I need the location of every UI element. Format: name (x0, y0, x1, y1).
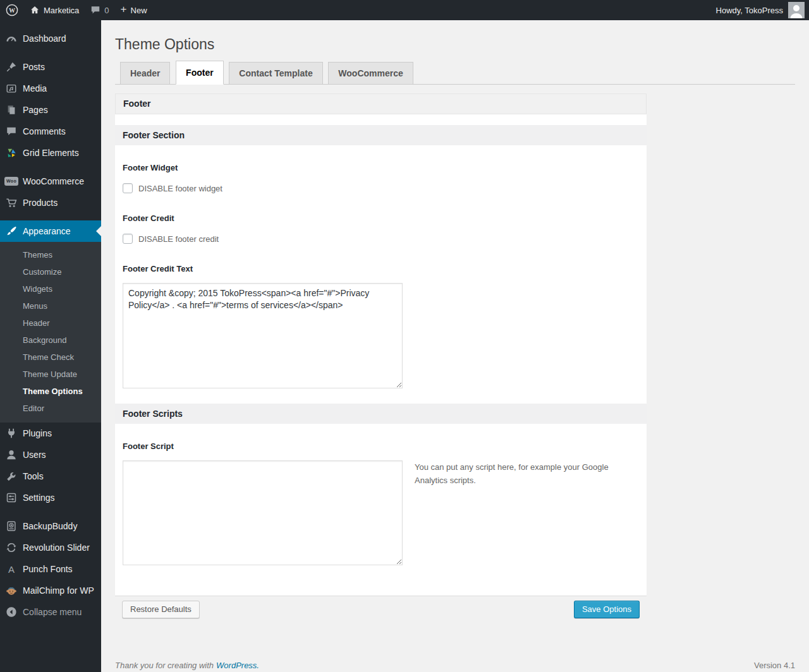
letter-a-icon: A (5, 564, 18, 575)
sidebar-item-dashboard[interactable]: Dashboard (0, 28, 101, 49)
sidebar-item-label: Media (23, 83, 47, 93)
admin-menu: Dashboard Posts Media Pages Comments G (0, 28, 101, 623)
sidebar-item-label: Tools (23, 471, 44, 481)
refresh-arrows-icon (5, 542, 18, 553)
wrench-icon (5, 471, 18, 482)
submenu-item-customize[interactable]: Customize (0, 263, 101, 280)
restore-defaults-button[interactable]: Restore Defaults (122, 601, 200, 618)
footer-scripts-fields: Footer Script You can put any script her… (115, 424, 647, 596)
sidebar-item-media[interactable]: Media (0, 78, 101, 99)
wordpress-logo-icon[interactable]: W (0, 0, 24, 20)
backup-drive-icon (5, 520, 18, 532)
sidebar-item-label: Pages (23, 105, 48, 115)
wordpress-link[interactable]: WordPress. (216, 661, 259, 670)
footer-widget-label: Footer Widget (123, 145, 639, 172)
tab-contact-template[interactable]: Contact Template (229, 62, 322, 85)
sidebar-item-grid-elements[interactable]: Grid Elements (0, 142, 101, 164)
main-content: Theme Options Header Footer Contact Temp… (101, 20, 809, 672)
submenu-item-theme-check[interactable]: Theme Check (0, 349, 101, 366)
wordpress-logo-icon: W (6, 4, 18, 16)
site-name-link[interactable]: Marketica (24, 0, 85, 20)
checkbox-label: DISABLE footer credit (138, 234, 219, 244)
footer-script-textarea[interactable] (123, 460, 403, 565)
sidebar-item-label: Plugins (23, 428, 52, 438)
new-content-link[interactable]: + New (115, 0, 153, 20)
footer-credit-checkbox-row[interactable]: DISABLE footer credit (123, 234, 639, 244)
new-label: New (131, 6, 147, 15)
sidebar-item-users[interactable]: Users (0, 444, 101, 465)
collapse-arrow-icon (5, 606, 18, 618)
woocommerce-badge-icon: Woo (5, 177, 18, 186)
dashboard-icon (5, 33, 18, 44)
grid-elements-icon (5, 147, 18, 159)
pushpin-icon (5, 61, 18, 73)
footer-credit-text-label: Footer Credit Text (123, 244, 639, 273)
plugin-icon (5, 428, 18, 439)
disable-footer-credit-checkbox[interactable] (123, 234, 133, 244)
sidebar-item-label: MailChimp for WP (23, 585, 94, 596)
comment-bubble-icon (90, 6, 100, 15)
sidebar-item-mailchimp[interactable]: MailChimp for WP (0, 580, 101, 601)
submenu-item-widgets[interactable]: Widgets (0, 280, 101, 297)
appearance-submenu: Themes Customize Widgets Menus Header Ba… (0, 242, 101, 423)
submenu-item-background[interactable]: Background (0, 332, 101, 349)
sidebar-item-label: Punch Fonts (23, 564, 73, 574)
tab-bar: Header Footer Contact Template WooCommer… (115, 61, 795, 85)
group-header-footer: Footer (115, 93, 647, 114)
sidebar-item-posts[interactable]: Posts (0, 56, 101, 78)
comment-bubble-icon (5, 126, 18, 137)
sidebar-item-woocommerce[interactable]: Woo WooCommerce (0, 171, 101, 192)
sidebar-item-tools[interactable]: Tools (0, 465, 101, 487)
footer-credit-text-textarea[interactable]: Copyright &copy; 2015 TokoPress<span><a … (123, 283, 403, 388)
sidebar-item-collapse-menu[interactable]: Collapse menu (0, 601, 101, 623)
submenu-item-themes[interactable]: Themes (0, 246, 101, 263)
submenu-item-editor[interactable]: Editor (0, 400, 101, 417)
page-footer: Thank you for creating withWordPress. Ve… (115, 661, 795, 670)
sidebar-item-label: Posts (23, 62, 45, 72)
shopping-cart-icon (5, 197, 18, 208)
sidebar-item-punch-fonts[interactable]: A Punch Fonts (0, 558, 101, 580)
sidebar-item-label: Appearance (23, 226, 71, 236)
tab-footer[interactable]: Footer (176, 61, 224, 85)
footer-script-row: You can put any script here, for example… (123, 451, 639, 565)
thanks-label: Thank you for creating with (115, 661, 214, 670)
version-label: Version 4.1 (754, 661, 795, 670)
sidebar-item-label: Dashboard (23, 33, 66, 44)
panel-spacer (115, 114, 647, 125)
panel-action-bar: Restore Defaults Save Options (115, 596, 647, 623)
sidebar-item-label: Comments (23, 126, 66, 136)
submenu-item-theme-options[interactable]: Theme Options (0, 383, 101, 400)
submenu-item-menus[interactable]: Menus (0, 297, 101, 315)
admin-bar-right: Howdy, TokoPress (716, 2, 809, 18)
sidebar-item-label: Grid Elements (23, 148, 79, 158)
sidebar-item-label: Collapse menu (23, 607, 82, 617)
menu-separator (0, 49, 101, 56)
submenu-item-header[interactable]: Header (0, 315, 101, 332)
save-options-button[interactable]: Save Options (574, 601, 640, 618)
sidebar-item-label: WooCommerce (23, 176, 84, 186)
sidebar-item-plugins[interactable]: Plugins (0, 423, 101, 444)
comment-count: 0 (104, 6, 109, 15)
comments-link[interactable]: 0 (85, 0, 114, 20)
section-header-footer-scripts: Footer Scripts (115, 404, 647, 424)
sidebar-item-backupbuddy[interactable]: BackupBuddy (0, 515, 101, 537)
submenu-item-theme-update[interactable]: Theme Update (0, 366, 101, 383)
howdy-account-link[interactable]: Howdy, TokoPress (716, 6, 783, 15)
tab-woocommerce[interactable]: WooCommerce (328, 62, 413, 85)
admin-sidebar: Dashboard Posts Media Pages Comments G (0, 20, 101, 672)
sidebar-item-products[interactable]: Products (0, 192, 101, 213)
sidebar-item-appearance[interactable]: Appearance (0, 220, 101, 242)
footer-thanks-text: Thank you for creating withWordPress. (115, 661, 259, 670)
sidebar-item-label: Revolution Slider (23, 543, 90, 553)
footer-script-help-text: You can put any script here, for example… (415, 451, 611, 488)
sidebar-item-comments[interactable]: Comments (0, 121, 101, 142)
disable-footer-widget-checkbox[interactable] (123, 183, 133, 193)
sidebar-item-revolution-slider[interactable]: Revolution Slider (0, 537, 101, 558)
sidebar-item-label: Products (23, 198, 58, 208)
footer-widget-checkbox-row[interactable]: DISABLE footer widget (123, 183, 639, 193)
sidebar-item-pages[interactable]: Pages (0, 99, 101, 121)
user-icon (5, 449, 18, 460)
sidebar-item-settings[interactable]: Settings (0, 487, 101, 508)
sidebar-item-label: Settings (23, 493, 55, 503)
tab-header[interactable]: Header (120, 62, 170, 85)
